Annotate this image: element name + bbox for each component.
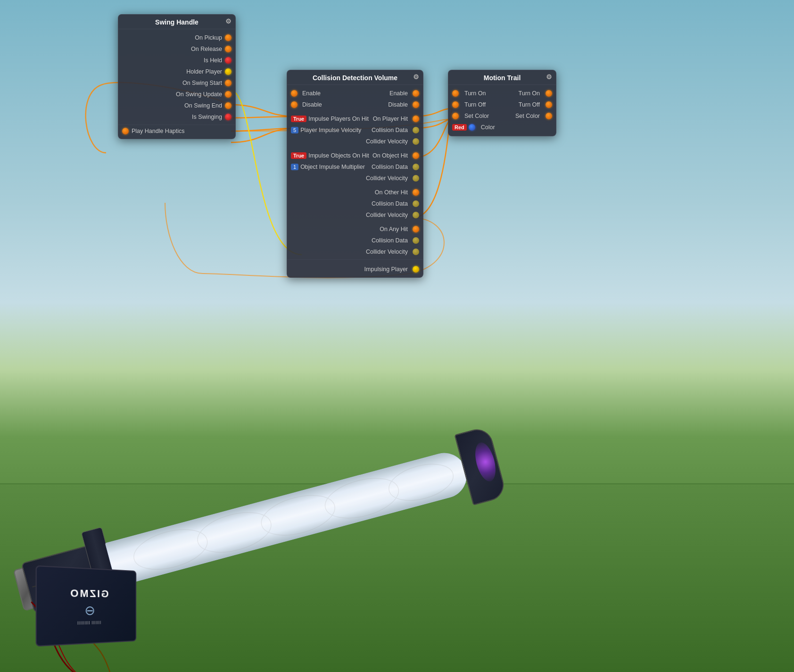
is-held-port[interactable] bbox=[225, 57, 232, 64]
purple-glow bbox=[471, 440, 499, 484]
on-pickup-port[interactable] bbox=[225, 34, 232, 41]
list-item: Enable Enable bbox=[287, 88, 423, 99]
collider-vel-1-label: Collider Velocity bbox=[366, 138, 408, 145]
gizmo-barcode: ||||||||| ||||||| bbox=[77, 620, 101, 624]
motion-trail-title: Motion Trail bbox=[484, 74, 521, 82]
set-color-out-port[interactable] bbox=[546, 113, 552, 119]
on-pickup-label: On Pickup bbox=[195, 34, 222, 41]
enable-in-port[interactable] bbox=[291, 90, 298, 97]
holder-player-port[interactable] bbox=[225, 68, 232, 75]
scene: Swing Handle ⚙ On Pickup On Release Is H… bbox=[0, 0, 794, 672]
collision-gear-icon[interactable]: ⚙ bbox=[413, 73, 419, 81]
impulse-objects-label: Impulse Objects On Hit bbox=[308, 152, 369, 159]
on-any-hit-port[interactable] bbox=[413, 226, 419, 232]
is-held-label: Is Held bbox=[204, 57, 222, 64]
list-item: True Impulse Players On Hit On Player Hi… bbox=[287, 113, 423, 124]
collision-title: Collision Detection Volume bbox=[313, 74, 397, 82]
collider-vel-2-label: Collider Velocity bbox=[366, 175, 408, 182]
is-swinging-port[interactable] bbox=[225, 114, 232, 120]
collider-vel-4-label: Collider Velocity bbox=[366, 249, 408, 255]
enable-out-port[interactable] bbox=[413, 90, 419, 97]
enable-out-label: Enable bbox=[389, 90, 408, 97]
true-badge-1[interactable]: True bbox=[291, 116, 306, 122]
collider-vel-4-port[interactable] bbox=[413, 249, 419, 255]
play-haptics-port[interactable] bbox=[122, 128, 129, 134]
1-badge[interactable]: 1 bbox=[291, 164, 298, 170]
set-color-in-port[interactable] bbox=[452, 113, 459, 119]
red-badge[interactable]: Red bbox=[452, 124, 467, 131]
list-item: Play Handle Haptics bbox=[118, 124, 235, 136]
on-player-hit-label: On Player Hit bbox=[373, 116, 408, 122]
impulsing-player-port[interactable] bbox=[413, 266, 419, 273]
list-item: Holder Player bbox=[118, 66, 235, 77]
list-item: On Other Hit bbox=[287, 187, 423, 198]
collision-data-3-port[interactable] bbox=[413, 200, 419, 207]
turn-on-out-port[interactable] bbox=[546, 90, 552, 97]
list-item: Collider Velocity bbox=[287, 209, 423, 221]
collision-data-4-label: Collision Data bbox=[372, 237, 408, 244]
on-other-hit-port[interactable] bbox=[413, 189, 419, 196]
motion-trail-gear-icon[interactable]: ⚙ bbox=[546, 73, 552, 81]
disable-in-port[interactable] bbox=[291, 101, 298, 108]
color-port[interactable] bbox=[469, 124, 475, 131]
list-item: On Swing End bbox=[118, 100, 235, 111]
swing-handle-body: On Pickup On Release Is Held Holder Play… bbox=[118, 29, 235, 139]
list-item: Collider Velocity bbox=[287, 136, 423, 147]
list-item: On Release bbox=[118, 43, 235, 55]
collision-data-4-port[interactable] bbox=[413, 237, 419, 244]
list-item: Turn On Turn On bbox=[448, 88, 556, 99]
on-swing-update-label: On Swing Update bbox=[176, 91, 222, 98]
svg-point-0 bbox=[130, 523, 212, 577]
on-release-label: On Release bbox=[191, 46, 222, 52]
list-item: True Impulse Objects On Hit On Object Hi… bbox=[287, 150, 423, 161]
svg-point-2 bbox=[257, 488, 339, 542]
collision-data-2-port[interactable] bbox=[413, 164, 419, 170]
on-release-port[interactable] bbox=[225, 46, 232, 52]
collider-vel-1-port[interactable] bbox=[413, 138, 419, 145]
color-label: Color bbox=[481, 124, 495, 131]
list-item: Collider Velocity bbox=[287, 173, 423, 184]
true-badge-2[interactable]: True bbox=[291, 152, 306, 159]
list-item: On Swing Start bbox=[118, 77, 235, 89]
gizmo-logo: ⊖ bbox=[84, 603, 95, 618]
on-swing-start-label: On Swing Start bbox=[182, 80, 222, 86]
collider-vel-3-label: Collider Velocity bbox=[366, 212, 408, 218]
list-item: Set Color Set Color bbox=[448, 110, 556, 122]
enable-in-label: Enable bbox=[302, 90, 321, 97]
list-item: Collision Data bbox=[287, 235, 423, 246]
collision-body: Enable Enable Disable Disable bbox=[287, 85, 423, 277]
on-object-hit-port[interactable] bbox=[413, 152, 419, 159]
sword-scene: GIZMO ⊖ ||||||||| ||||||| bbox=[0, 318, 794, 672]
turn-off-out-port[interactable] bbox=[546, 101, 552, 108]
turn-off-in-port[interactable] bbox=[452, 101, 459, 108]
turn-on-in-port[interactable] bbox=[452, 90, 459, 97]
swing-handle-header: Swing Handle ⚙ bbox=[118, 15, 235, 29]
on-player-hit-port[interactable] bbox=[413, 116, 419, 122]
svg-point-4 bbox=[385, 458, 457, 507]
list-item: Collider Velocity bbox=[287, 246, 423, 257]
object-impulse-label: Object Impulse Multiplier bbox=[300, 164, 365, 170]
collider-vel-3-port[interactable] bbox=[413, 212, 419, 218]
5-badge[interactable]: 5 bbox=[291, 127, 298, 133]
gizmo-text: GIZMO bbox=[69, 587, 109, 600]
on-swing-update-port[interactable] bbox=[225, 91, 232, 98]
turn-on-in-label: Turn On bbox=[464, 90, 486, 97]
on-swing-end-port[interactable] bbox=[225, 102, 232, 109]
svg-point-1 bbox=[193, 505, 275, 559]
svg-point-3 bbox=[321, 471, 403, 525]
disable-out-port[interactable] bbox=[413, 101, 419, 108]
swing-handle-node: Swing Handle ⚙ On Pickup On Release Is H… bbox=[118, 14, 236, 139]
on-swing-start-port[interactable] bbox=[225, 80, 232, 86]
swing-handle-gear-icon[interactable]: ⚙ bbox=[225, 17, 232, 25]
turn-off-in-label: Turn Off bbox=[464, 101, 486, 108]
collider-vel-2-port[interactable] bbox=[413, 175, 419, 182]
list-item: Collision Data bbox=[287, 198, 423, 209]
holder-player-label: Holder Player bbox=[186, 68, 222, 75]
on-object-hit-label: On Object Hit bbox=[372, 152, 408, 159]
list-item: Disable Disable bbox=[287, 99, 423, 110]
list-item: 5 Player Impulse Velocity Collision Data bbox=[287, 124, 423, 136]
disable-out-label: Disable bbox=[388, 101, 408, 108]
collision-data-1-port[interactable] bbox=[413, 127, 419, 133]
is-swinging-label: Is Swinging bbox=[192, 114, 222, 120]
on-any-hit-label: On Any Hit bbox=[380, 226, 408, 232]
